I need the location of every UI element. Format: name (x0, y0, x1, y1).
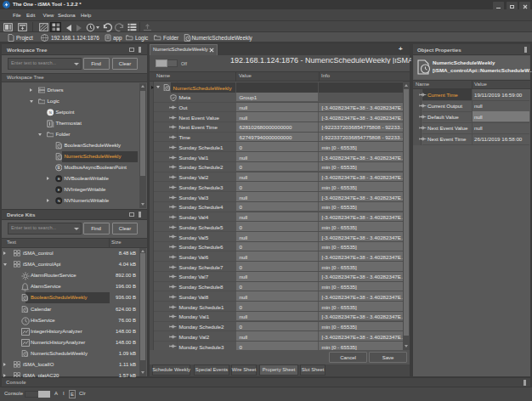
svg-text:B: B (57, 177, 59, 181)
svg-text:N: N (48, 111, 51, 115)
svg-text:N: N (57, 199, 59, 203)
svg-text:B: B (57, 166, 60, 170)
svg-text:E: E (57, 188, 59, 192)
